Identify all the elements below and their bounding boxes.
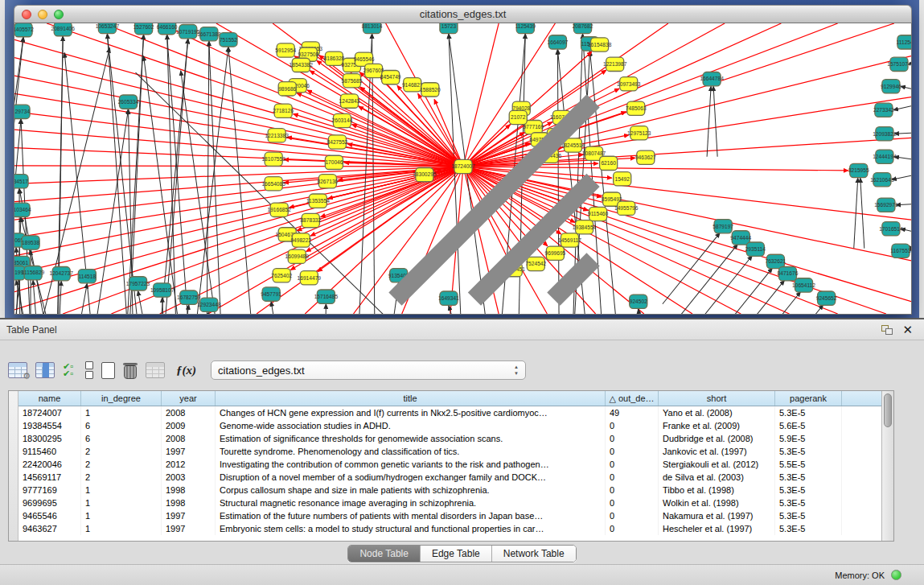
- tab-network-table[interactable]: Network Table: [492, 546, 576, 562]
- scrollbar-thumb[interactable]: [884, 393, 892, 427]
- table-row[interactable]: 946554611997Estimation of the future num…: [18, 509, 881, 522]
- table-cell[interactable]: Changes of HCN gene expression and I(f) …: [216, 406, 606, 419]
- table-cell[interactable]: 2008: [162, 432, 216, 445]
- table-cell[interactable]: 0: [606, 471, 659, 484]
- table-cell[interactable]: Tourette syndrome. Phenomenology and cla…: [216, 445, 606, 458]
- table-cell[interactable]: 18300295: [18, 432, 81, 445]
- column-header[interactable]: △ out_de…: [606, 391, 659, 406]
- table-cell[interactable]: 22420046: [18, 458, 81, 471]
- column-header[interactable]: name: [18, 391, 81, 406]
- table-cell[interactable]: 1997: [162, 509, 216, 522]
- table-cell[interactable]: 5.3E-5: [775, 522, 842, 535]
- table-cell[interactable]: Corpus callosum shape and size in male p…: [216, 484, 606, 496]
- table-cell[interactable]: 1998: [162, 484, 216, 496]
- table-cell[interactable]: Embryonic stem cells: a model to study s…: [216, 522, 606, 535]
- table-row[interactable]: 969969511998Structural magnetic resonanc…: [18, 496, 881, 509]
- table-cell[interactable]: 0: [606, 445, 659, 458]
- table-cell[interactable]: 5.3E-5: [775, 406, 842, 419]
- table-cell[interactable]: Stergiakouli et al. (2012): [659, 458, 775, 471]
- table-cell[interactable]: 2008: [162, 406, 216, 419]
- table-cell[interactable]: Disruption of a novel member of a sodium…: [216, 471, 606, 484]
- table-settings-icon[interactable]: ⚙: [8, 362, 27, 378]
- table-cell[interactable]: 1997: [162, 522, 216, 535]
- table-cell[interactable]: Genome-wide association studies in ADHD.: [216, 419, 606, 432]
- trash-icon[interactable]: [123, 362, 138, 379]
- table-cell[interactable]: Estimation of significance thresholds fo…: [216, 432, 606, 445]
- table-cell[interactable]: 9699695: [18, 496, 81, 509]
- table-cell[interactable]: 1: [81, 522, 162, 535]
- window-titlebar[interactable]: citations_edges.txt: [14, 5, 912, 23]
- table-cell[interactable]: 1: [81, 484, 162, 496]
- table-cell[interactable]: 0: [606, 432, 659, 445]
- row-height-icon[interactable]: [85, 361, 93, 379]
- table-cell[interactable]: Dudbridge et al. (2008): [659, 432, 775, 445]
- table-cell[interactable]: 19384554: [18, 419, 81, 432]
- table-row[interactable]: 977716911998Corpus callosum shape and si…: [18, 484, 881, 496]
- table-cell[interactable]: 9463627: [18, 522, 81, 535]
- tab-edge-table[interactable]: Edge Table: [421, 546, 492, 562]
- float-window-icon[interactable]: [881, 325, 893, 335]
- table-cell[interactable]: 0: [606, 458, 659, 471]
- table-cell[interactable]: 2: [81, 471, 162, 484]
- table-cell[interactable]: Estimation of the future numbers of pati…: [216, 509, 606, 522]
- table-cell[interactable]: 6: [81, 419, 162, 432]
- table-cell[interactable]: Hescheler et al. (1997): [659, 522, 775, 535]
- table-cell[interactable]: 1998: [162, 496, 216, 509]
- table-cell[interactable]: Structural magnetic resonance image aver…: [216, 496, 606, 509]
- table-cell[interactable]: Nakamura et al. (1997): [659, 509, 775, 522]
- table-cell[interactable]: 1: [81, 406, 162, 419]
- table-cell[interactable]: 5.3E-5: [775, 484, 842, 496]
- table-cell[interactable]: 1997: [162, 445, 216, 458]
- table-cell[interactable]: 5.3E-5: [775, 496, 842, 509]
- table-cell[interactable]: 1: [81, 496, 162, 509]
- column-header[interactable]: short: [659, 391, 775, 406]
- table-cell[interactable]: 0: [606, 509, 659, 522]
- table-cell[interactable]: Jankovic et al. (1997): [659, 445, 775, 458]
- table-cell[interactable]: 2: [81, 445, 162, 458]
- column-header[interactable]: in_degree: [81, 391, 162, 406]
- table-cell[interactable]: 0: [606, 522, 659, 535]
- table-cell[interactable]: Wolkin et al. (1998): [659, 496, 775, 509]
- table-cell[interactable]: 2012: [162, 458, 216, 471]
- table-cell[interactable]: 6: [81, 432, 162, 445]
- column-header[interactable]: title: [216, 391, 606, 406]
- table-cell[interactable]: 2: [81, 458, 162, 471]
- table-cell[interactable]: 5.3E-5: [775, 445, 842, 458]
- table-row[interactable]: 1872400712008Changes of HCN gene express…: [18, 406, 881, 419]
- table-cell[interactable]: Yano et al. (2008): [659, 406, 775, 419]
- table-cell[interactable]: 9115460: [18, 445, 81, 458]
- column-header[interactable]: year: [162, 391, 216, 406]
- table-row[interactable]: 1456911722003Disruption of a novel membe…: [18, 471, 881, 484]
- column-header[interactable]: pagerank: [775, 391, 842, 406]
- table-row[interactable]: 911546021997Tourette syndrome. Phenomeno…: [18, 445, 881, 458]
- table-cell[interactable]: Franke et al. (2009): [659, 419, 775, 432]
- table-cell[interactable]: 18724007: [18, 406, 81, 419]
- table-cell[interactable]: 5.3E-5: [775, 471, 842, 484]
- close-panel-icon[interactable]: ✕: [902, 323, 913, 336]
- table-cell[interactable]: 5.5E-5: [775, 458, 842, 471]
- new-document-icon[interactable]: [101, 362, 115, 379]
- network-window[interactable]: citations_edges.txt 14055722089140610653…: [14, 5, 912, 315]
- delete-table-icon[interactable]: [146, 362, 165, 378]
- table-cell[interactable]: 9465546: [18, 509, 81, 522]
- table-cell[interactable]: 0: [606, 419, 659, 432]
- table-cell[interactable]: 5.6E-5: [775, 419, 842, 432]
- table-row[interactable]: 946362711997Embryonic stem cells: a mode…: [18, 522, 881, 535]
- function-builder-icon[interactable]: ƒ(x): [176, 364, 196, 377]
- table-row[interactable]: 2242004622012Investigating the contribut…: [18, 458, 881, 471]
- table-cell[interactable]: 5.9E-5: [775, 432, 842, 445]
- tab-node-table[interactable]: Node Table: [348, 546, 421, 562]
- table-cell[interactable]: 0: [606, 496, 659, 509]
- table-cell[interactable]: Tibbo et al. (1998): [659, 484, 775, 496]
- table-cell[interactable]: de Silva et al. (2003): [659, 471, 775, 484]
- table-select-dropdown[interactable]: citations_edges.txt ▲▼: [211, 360, 526, 380]
- table-row[interactable]: 1830029562008Estimation of significance …: [18, 432, 881, 445]
- table-cell[interactable]: 9777169: [18, 484, 81, 496]
- network-canvas[interactable]: 1405572208914061065324715276026466160107…: [14, 23, 912, 315]
- table-cell[interactable]: 5.3E-5: [775, 509, 842, 522]
- table-row[interactable]: 1938455462009Genome-wide association stu…: [18, 419, 881, 432]
- table-cell[interactable]: 0: [606, 484, 659, 496]
- table-cell[interactable]: 14569117: [18, 471, 81, 484]
- table-scrollbar[interactable]: [881, 391, 893, 541]
- table-cell[interactable]: 49: [606, 406, 659, 419]
